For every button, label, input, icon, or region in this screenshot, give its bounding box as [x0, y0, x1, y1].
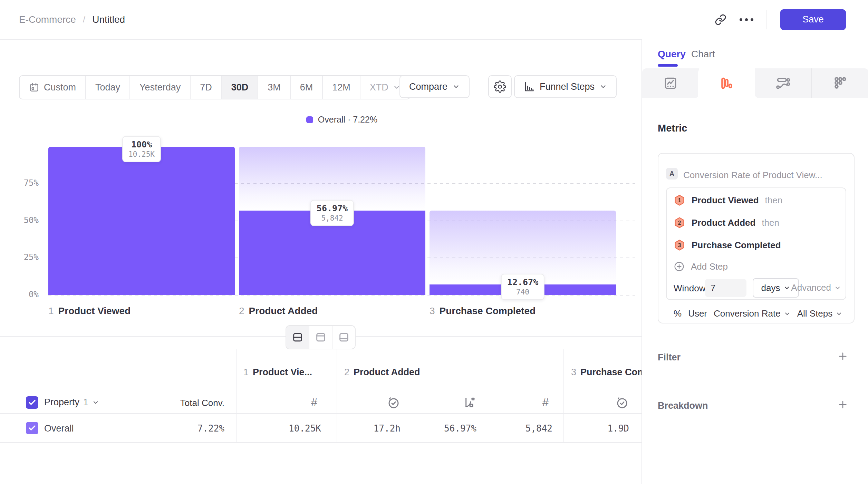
- share-link-icon[interactable]: [715, 14, 726, 26]
- measure-metric-select[interactable]: Conversion Rate: [714, 308, 791, 319]
- metric-heading: Metric: [658, 123, 687, 134]
- x-axis-step-label: 3Purchase Completed: [430, 306, 536, 317]
- retention-icon: [833, 76, 848, 91]
- check-icon: [28, 424, 36, 432]
- step-number-badge: 3: [674, 239, 685, 251]
- save-button[interactable]: Save: [780, 9, 846, 30]
- date-range-picker: Custom Today Yesterday 7D 30D 3M 6M 12M …: [19, 75, 411, 99]
- chart-settings-button[interactable]: [488, 75, 512, 98]
- tab-chart[interactable]: Chart: [691, 49, 715, 60]
- add-step-button[interactable]: Add Step: [674, 261, 728, 272]
- add-filter-button[interactable]: [837, 351, 848, 362]
- chart-legend: Overall · 7.22%: [48, 115, 635, 125]
- table-row-label[interactable]: Overall: [44, 423, 74, 434]
- chevron-down-icon: [783, 284, 790, 291]
- select-all-checkbox[interactable]: [26, 396, 38, 409]
- chevron-down-icon: [599, 83, 607, 90]
- plus-icon: [837, 399, 848, 410]
- property-selector[interactable]: Property 1: [44, 397, 99, 408]
- legend-swatch: [306, 116, 313, 123]
- flows-icon: [775, 76, 791, 91]
- top-panel-view-icon: [315, 332, 326, 343]
- split-view-icon: [292, 332, 303, 343]
- total-conv-header[interactable]: Total Conv.: [138, 398, 224, 408]
- top-header: E-Commerce / Untitled Save: [0, 0, 868, 40]
- metric-title[interactable]: Conversion Rate of Product View...: [683, 170, 822, 181]
- table-column-header-step2[interactable]: 2Product Added: [344, 367, 420, 378]
- page-title[interactable]: Untitled: [92, 14, 125, 25]
- date-range-7d[interactable]: 7D: [191, 76, 222, 99]
- avg-time-metric-icon[interactable]: [387, 396, 401, 409]
- x-axis-step-label: 2Product Added: [239, 306, 318, 317]
- plus-icon: [837, 351, 848, 362]
- svg-text:2: 2: [678, 220, 681, 226]
- chevron-down-icon: [836, 310, 842, 317]
- window-value-input[interactable]: 7: [705, 279, 746, 297]
- funnel-step-item[interactable]: 2 Product Added then: [674, 217, 779, 229]
- chart-only-view-button[interactable]: [309, 326, 332, 349]
- bar-chart-axis-icon: [524, 81, 535, 92]
- tab-query[interactable]: Query: [658, 49, 686, 60]
- y-axis-tick: 0%: [10, 290, 39, 299]
- count-metric-icon[interactable]: #: [307, 396, 321, 409]
- funnel-step-item[interactable]: 1 Product Viewed then: [674, 194, 782, 206]
- date-range-3m[interactable]: 3M: [258, 76, 291, 99]
- count-metric-icon[interactable]: #: [539, 396, 552, 409]
- breakdown-section-label: Breakdown: [658, 400, 708, 411]
- gear-icon: [494, 80, 506, 93]
- date-range-custom[interactable]: Custom: [20, 76, 86, 99]
- check-icon: [28, 398, 36, 407]
- insights-icon: [663, 76, 678, 91]
- add-breakdown-button[interactable]: [837, 399, 848, 410]
- measure-scope-select[interactable]: All Steps: [797, 308, 843, 319]
- table-column-header-step1[interactable]: 1Product Vie...: [243, 367, 312, 378]
- cell-total-conv: 7.22%: [155, 423, 224, 434]
- layout-toggle-group: [286, 325, 356, 349]
- chevron-down-icon: [452, 83, 460, 90]
- svg-text:3: 3: [678, 242, 681, 248]
- y-axis-tick: 25%: [10, 252, 39, 262]
- funnel-bar-carryover: [430, 211, 616, 284]
- chevron-down-icon: [92, 399, 99, 406]
- chart-type-flows[interactable]: [755, 68, 811, 98]
- filter-section-label: Filter: [658, 352, 681, 363]
- date-range-today[interactable]: Today: [86, 76, 130, 99]
- step-number-badge: 2: [674, 217, 685, 229]
- row-checkbox[interactable]: [26, 422, 38, 434]
- header-divider: [766, 10, 767, 29]
- cell-step2-count: 5,842: [483, 423, 552, 434]
- chart-type-insights[interactable]: [642, 68, 699, 98]
- table-header-border: [0, 413, 642, 414]
- metric-letter-badge: A: [666, 168, 678, 180]
- funnel-bar[interactable]: [48, 147, 235, 295]
- active-tab-underline: [658, 64, 678, 67]
- breadcrumb-separator: /: [83, 14, 85, 25]
- funnel-step-item[interactable]: 3 Purchase Completed: [674, 239, 787, 251]
- y-axis-tick: 50%: [10, 215, 39, 225]
- measure-entity[interactable]: User: [688, 308, 707, 319]
- chart-type-retention[interactable]: [811, 68, 868, 98]
- cell-step1-count: 10.25K: [252, 423, 321, 434]
- date-range-yesterday[interactable]: Yesterday: [130, 76, 191, 99]
- cell-step2-avg-time: 17.2h: [331, 423, 401, 434]
- table-only-view-button[interactable]: [332, 326, 355, 349]
- date-range-6m[interactable]: 6M: [291, 76, 323, 99]
- chart-type-funnels-active[interactable]: [698, 68, 755, 98]
- breadcrumb: E-Commerce / Untitled: [19, 0, 125, 39]
- legend-value: 7.22%: [353, 115, 377, 124]
- avg-time-metric-icon[interactable]: [615, 396, 629, 409]
- more-options-icon[interactable]: [740, 18, 753, 21]
- breadcrumb-project[interactable]: E-Commerce: [19, 14, 76, 25]
- conversion-rate-metric-icon[interactable]: [463, 396, 476, 409]
- plus-circle-icon: [674, 261, 685, 272]
- measure-row: % User Conversion Rate All Steps: [674, 308, 842, 319]
- bottom-panel-view-icon: [338, 332, 349, 343]
- split-view-button[interactable]: [286, 326, 309, 349]
- advanced-toggle[interactable]: Advanced: [790, 282, 841, 293]
- window-label: Window: [674, 283, 705, 294]
- date-range-12m[interactable]: 12M: [323, 76, 360, 99]
- step-number-badge: 1: [674, 194, 685, 206]
- funnel-view-type-button[interactable]: Funnel Steps: [514, 75, 617, 98]
- compare-button[interactable]: Compare: [399, 75, 470, 98]
- date-range-30d-selected[interactable]: 30D: [222, 76, 259, 99]
